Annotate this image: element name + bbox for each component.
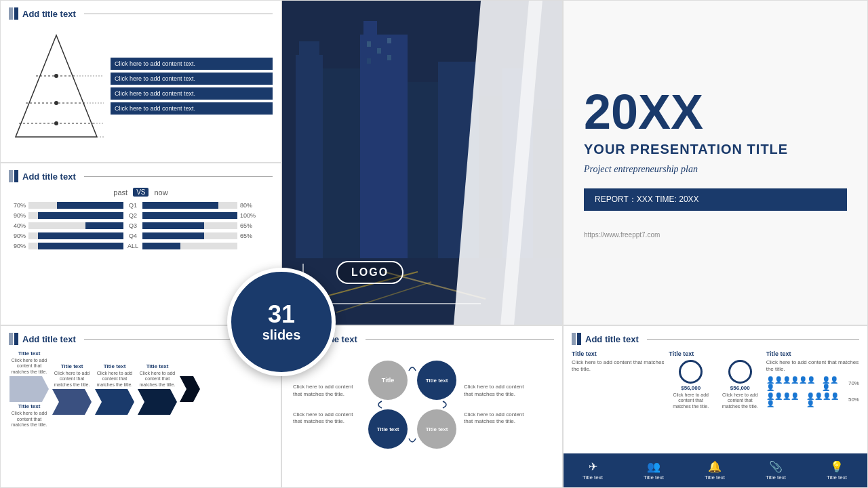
nav-label-4: Title text [766,474,786,481]
arrow4-shape [138,389,177,415]
nav-item-1[interactable]: ✈ Title text [583,460,603,481]
amount-1: $56,000 [681,385,701,391]
arrow3-sub: Click here to add content that matches t… [94,371,135,388]
pct2-label: 50% [848,396,859,403]
bar-row-q3: 40% Q3 65% [9,222,273,229]
pyramid-btn-2[interactable]: Click here to add content text. [111,73,273,85]
main-slide-panel: LOGO [281,0,563,325]
nav-item-5[interactable]: 💡 Title text [827,460,847,481]
title-icon-5 [572,333,581,345]
svg-rect-17 [363,21,377,35]
arrow1-bottom-title: Title text [18,403,41,409]
svg-point-5 [54,101,58,105]
svg-rect-16 [360,35,408,258]
nav-label-5: Title text [827,474,847,481]
arrow1-top-sub: Click here to add content that matches t… [9,358,50,375]
pyramid-svg: Title text [9,28,104,144]
svg-rect-26 [367,41,371,47]
bar-row-q2: 90% Q2 100% [9,212,273,219]
bar-row-q1: 70% Q1 80% [9,202,273,209]
left-side-texts: Click here to add content that matches t… [293,384,361,426]
report-badge[interactable]: REPORT：XXX TIME: 20XX [584,188,847,211]
stats-content: Title text Click here to add content tha… [572,350,859,409]
arrow-item-1: Title text Click here to add content tha… [9,350,50,428]
circle-1 [679,360,703,384]
pyramid-panel: Add title text Title text [0,0,281,163]
stat-col3-heading: Title text [766,350,859,357]
panel4-heading: Add title text [22,171,76,182]
arrow3-shape [95,389,134,415]
amount-2: $56,000 [730,385,750,391]
arrow1-bottom-sub: Click here to add content that matches t… [9,411,50,428]
arrow2-shape [52,389,92,415]
arrow2-title: Title text [61,363,83,369]
svg-rect-18 [408,82,438,258]
nav-icon-4: 📎 [769,460,783,473]
pyramid-labels: Click here to add content text. Click he… [111,58,273,115]
arrow2-sub: Click here to add content that matches t… [52,371,92,388]
bar-row-q4: 90% Q4 65% [9,232,273,239]
arrows-container: Title text Click here to add content tha… [9,350,273,428]
svg-point-6 [54,121,58,125]
pyramid-btn-1[interactable]: Click here to add content text. [111,58,273,70]
title-icon [9,7,18,20]
svg-rect-14 [299,41,319,55]
svg-marker-32 [52,389,92,415]
right-text-1: Click here to add content that matches t… [464,384,532,398]
arrow-item-5 [180,376,200,402]
panel4-title-bar: Add title text [9,170,273,182]
title-icon-3 [9,333,18,345]
nav-label-2: Title text [644,474,664,481]
nav-label-3: Title text [705,474,725,481]
panel1-title-bar: Add title text [9,7,273,20]
circle-2 [728,360,752,384]
stat-col3-body: Click here to add content that matches t… [766,359,859,373]
panel7-title-bar: Add title text [572,333,859,345]
circle2-sub: Click here to add content that matches t… [718,392,762,409]
arrow3-title: Title text [104,363,126,369]
stat-col3: Title text Click here to add content tha… [766,350,859,409]
slides-number: 31 [268,301,295,328]
svg-rect-13 [296,55,323,258]
center-circles: Title Title text Title text Title text [365,357,460,452]
panel1-heading: Add title text [22,9,76,19]
arrow-item-3: Title text Click here to add content tha… [94,363,135,415]
vs-header: past VS now [9,188,273,197]
bar-row-all: 90% ALL [9,243,273,249]
nav-item-4[interactable]: 📎 Title text [766,460,786,481]
logo-badge[interactable]: LOGO [336,261,403,284]
past-label: past [113,188,127,197]
now-label: now [154,188,167,197]
left-text-2: Click here to add content that matches t… [293,411,361,426]
stat-col1: Title text Click here to add content tha… [572,350,665,409]
pyramid-container: Title text Click here to add content tex… [9,25,273,147]
pct1-label: 70% [848,380,859,386]
nav-icon-2: 👥 [647,460,660,473]
arrow1-shape [9,376,49,402]
year-display: 20XX [584,87,847,136]
title-slide-panel: 20XX YOUR PRESENTATION TITLE Project ent… [563,0,868,325]
stat-circle-1: $56,000 Click here to add content that m… [669,360,713,409]
people-row-1: 👤👤👤👤👤👤👤 👤👤👤 70% [766,376,859,391]
circle-arrows-svg [365,357,460,452]
bottom-navigation: ✈ Title text 👥 Title text 🔔 Title text 📎… [563,453,867,487]
panel5-heading: Add title text [22,334,76,344]
svg-marker-31 [9,376,49,402]
nav-item-3[interactable]: 🔔 Title text [705,460,725,481]
svg-rect-28 [387,38,391,43]
svg-rect-29 [367,58,371,64]
website-link: https://www.freeppt7.com [584,231,847,239]
nav-item-2[interactable]: 👥 Title text [644,460,664,481]
circles-layout: Click here to add content that matches t… [290,350,554,459]
arrow-item-2: Title text Click here to add content tha… [52,363,92,415]
pyramid-btn-3[interactable]: Click here to add content text. [111,87,273,100]
svg-marker-33 [95,389,134,415]
slides-label: slides [262,327,301,343]
svg-point-4 [54,74,58,78]
arrow-item-4: Title text Click here to add content tha… [137,363,178,415]
svg-marker-35 [180,376,200,402]
svg-rect-15 [323,68,360,258]
vs-badge: VS [133,188,149,197]
svg-rect-27 [377,48,381,54]
pyramid-btn-4[interactable]: Click here to add content text. [111,102,273,115]
